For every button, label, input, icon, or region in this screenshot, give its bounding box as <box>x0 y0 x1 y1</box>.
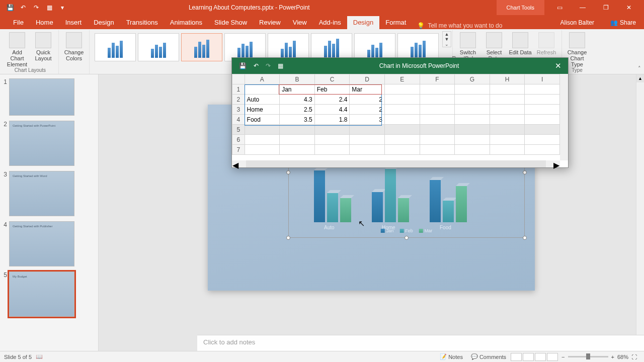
gallery-more-icon[interactable]: ⌄ <box>443 42 451 47</box>
window-title: Learning About Computers.pptx - PowerPoi… <box>2 4 497 11</box>
gallery-down-icon[interactable]: ▼ <box>443 37 451 42</box>
tab-view[interactable]: View <box>287 16 313 29</box>
zoom-out-icon[interactable]: − <box>561 354 565 360</box>
sheet-horizontal-scrollbar[interactable]: ◀ ▶ <box>232 160 560 167</box>
add-chart-element-icon <box>9 32 25 48</box>
bar-home-feb <box>385 169 396 222</box>
bar-food-jan <box>430 180 441 222</box>
sheet-vertical-scrollbar[interactable] <box>560 74 568 160</box>
quick-layout-label: Quick Layout <box>31 49 55 61</box>
zoom-control[interactable]: − + 68% ⛶ <box>558 354 640 360</box>
slideshow-view-button[interactable] <box>547 353 558 361</box>
scroll-up-icon[interactable]: ▲ <box>636 74 644 82</box>
fit-to-window-icon[interactable]: ⛶ <box>631 354 637 360</box>
zoom-in-icon[interactable]: + <box>611 354 614 360</box>
chart-data-title: Chart in Microsoft PowerPoint <box>290 62 548 69</box>
cw-undo-icon[interactable]: ↶ <box>254 62 259 69</box>
ribbon-tabs: File Home Insert Design Transitions Anim… <box>0 15 644 29</box>
refresh-icon <box>538 32 554 48</box>
editor-vertical-scrollbar[interactable]: ▲ <box>636 74 644 351</box>
cw-redo-icon[interactable]: ↷ <box>266 62 271 69</box>
sheet-scroll-left-icon[interactable]: ◀ <box>232 160 239 167</box>
add-chart-element-button[interactable]: Add Chart Element <box>5 31 29 67</box>
zoom-percent[interactable]: 68% <box>617 354 628 360</box>
change-chart-type-icon <box>569 32 585 48</box>
tab-home[interactable]: Home <box>30 16 59 29</box>
cw-save-icon[interactable]: 💾 <box>239 62 247 69</box>
gallery-up-icon[interactable]: ▲ <box>443 32 451 37</box>
notes-toggle[interactable]: 📝Notes <box>436 353 467 360</box>
chart-style-1[interactable] <box>95 33 136 61</box>
bar-food-feb <box>443 201 454 222</box>
tab-addins[interactable]: Add-ins <box>313 16 347 29</box>
tab-review[interactable]: Review <box>253 16 287 29</box>
handle-mid-left[interactable] <box>286 170 290 174</box>
change-colors-group: Change Colors <box>59 30 90 74</box>
chart-layouts-group: Add Chart Element Quick Layout Chart Lay… <box>2 30 59 74</box>
slide-sorter-view-button[interactable] <box>523 353 534 361</box>
share-icon: 👥 <box>610 19 618 26</box>
handle-mid-right[interactable] <box>523 170 527 174</box>
tell-me[interactable]: 💡 Tell me what you want to do <box>417 22 502 29</box>
change-chart-type-label: Change Chart Type <box>565 49 589 67</box>
tab-file[interactable]: File <box>7 16 30 29</box>
slide-indicator[interactable]: Slide 5 of 5 <box>4 354 32 360</box>
chart-data-titlebar[interactable]: 💾 ↶ ↷ ▦ Chart in Microsoft PowerPoint ✕ <box>232 58 568 74</box>
cw-options-icon[interactable]: ▦ <box>278 62 283 69</box>
tab-slideshow[interactable]: Slide Show <box>208 16 253 29</box>
bar-auto-mar <box>340 198 351 222</box>
quick-layout-button[interactable]: Quick Layout <box>31 31 55 67</box>
axis-label-auto: Auto <box>324 225 335 230</box>
ribbon-options-icon[interactable]: ▭ <box>552 4 567 11</box>
reading-view-button[interactable] <box>535 353 546 361</box>
comments-toggle[interactable]: 💬Comments <box>467 353 510 360</box>
tab-chart-format[interactable]: Format <box>379 16 412 29</box>
legend-feb: Feb <box>405 228 413 233</box>
handle-bottom-left[interactable] <box>286 236 290 240</box>
slide-thumb-5-title: My Budget <box>13 275 27 278</box>
restore-button[interactable]: ❐ <box>599 4 613 11</box>
chart-data-close-button[interactable]: ✕ <box>548 61 568 70</box>
axis-label-food: Food <box>440 225 451 230</box>
title-bar: 💾 ↶ ↷ ▦ ▾ Learning About Computers.pptx … <box>0 0 644 15</box>
slide-thumb-4[interactable]: Getting Started with Publisher <box>9 221 74 266</box>
chart-data-window[interactable]: 💾 ↶ ↷ ▦ Chart in Microsoft PowerPoint ✕ … <box>231 57 569 168</box>
change-colors-button[interactable]: Change Colors <box>62 31 86 61</box>
spell-check-icon[interactable]: 📖 <box>32 353 47 360</box>
tab-chart-design[interactable]: Design <box>347 16 379 29</box>
slide-thumb-3[interactable]: Getting Started with Word <box>9 171 74 216</box>
style-gallery-scroll[interactable]: ▲ ▼ ⌄ <box>442 31 451 47</box>
select-data-icon <box>486 32 502 48</box>
refresh-label: Refresh <box>537 49 556 55</box>
minimize-button[interactable]: — <box>576 4 590 11</box>
legend-jan: Jan <box>386 228 394 233</box>
change-colors-icon <box>66 32 82 48</box>
chart-style-2[interactable] <box>138 33 179 61</box>
close-button[interactable]: ✕ <box>622 4 636 11</box>
bar-auto-jan <box>314 170 325 222</box>
handle-bottom-mid[interactable] <box>405 236 409 240</box>
zoom-slider-thumb[interactable] <box>586 353 590 359</box>
tab-animations[interactable]: Animations <box>164 16 208 29</box>
notes-pane[interactable]: Click to add notes <box>197 335 644 351</box>
slide-thumb-2[interactable]: Getting Started with PowerPoint <box>9 121 74 166</box>
slide-thumb-3-title: Getting Started with Word <box>13 174 47 177</box>
tab-insert[interactable]: Insert <box>59 16 88 29</box>
bar-auto-feb <box>327 193 338 222</box>
slide-thumbnails-pane[interactable]: 1 2Getting Started with PowerPoint 3Gett… <box>0 74 99 351</box>
share-label: Share <box>620 19 636 26</box>
share-button[interactable]: 👥 Share <box>602 19 644 29</box>
chart-data-sheet[interactable]: ABCDEFGHI1JanFebMar2Auto4.32.423Home2.54… <box>232 74 560 160</box>
status-bar: Slide 5 of 5 📖 📝Notes 💬Comments − + 68% … <box>0 351 644 362</box>
tab-design[interactable]: Design <box>88 16 120 29</box>
change-chart-type-button[interactable]: Change Chart Type <box>565 31 589 67</box>
signed-in-user[interactable]: Alison Balter <box>552 19 602 29</box>
slide-thumb-1[interactable] <box>9 78 74 116</box>
tab-transitions[interactable]: Transitions <box>120 16 164 29</box>
handle-bottom-right[interactable] <box>523 236 527 240</box>
normal-view-button[interactable] <box>511 353 522 361</box>
sheet-scroll-right-icon[interactable]: ▶ <box>553 160 560 167</box>
chart-style-3[interactable] <box>181 33 222 61</box>
collapse-ribbon-icon[interactable]: ˄ <box>638 65 641 72</box>
slide-thumb-5[interactable]: My Budget <box>9 272 74 317</box>
